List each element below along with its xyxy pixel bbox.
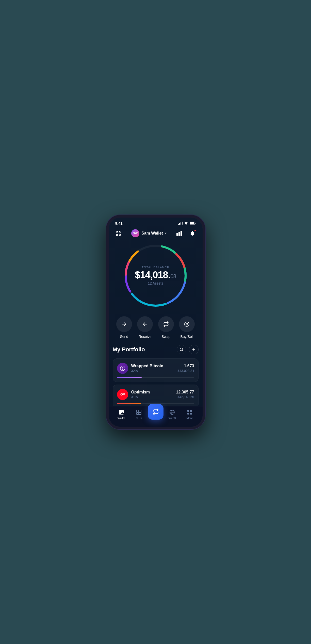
op-percent: 31% bbox=[131, 395, 173, 399]
scan-button[interactable] bbox=[114, 228, 123, 238]
app-header: SW Sam Wallet ▾ bbox=[109, 226, 203, 240]
asset-card-op[interactable]: OP Optimism 31% 12,305.77 $42,149.56 bbox=[113, 385, 199, 406]
svg-rect-13 bbox=[181, 231, 182, 236]
balance-main: $14,018. bbox=[135, 270, 170, 280]
nav-more[interactable]: More bbox=[181, 409, 199, 420]
balance-section: TOTAL BALANCE $14,018.08 12 Assets bbox=[109, 240, 203, 314]
action-buttons: Send Receive bbox=[109, 316, 203, 339]
wbtc-info: Wrapped Bitcoin 32% bbox=[131, 364, 175, 373]
nav-web3[interactable]: Web3 bbox=[163, 409, 181, 420]
add-asset-button[interactable] bbox=[189, 345, 199, 354]
svg-rect-1 bbox=[195, 223, 196, 224]
svg-rect-4 bbox=[120, 231, 121, 232]
svg-rect-36 bbox=[137, 412, 139, 415]
wifi-icon bbox=[184, 222, 188, 225]
svg-line-29 bbox=[182, 350, 183, 351]
svg-rect-42 bbox=[190, 410, 192, 412]
op-icon: OP bbox=[117, 389, 128, 400]
more-nav-label: More bbox=[186, 417, 193, 420]
bottom-navigation: Wallet NFTs bbox=[109, 406, 203, 427]
portfolio-title: My Portfolio bbox=[113, 346, 145, 353]
search-assets-button[interactable] bbox=[177, 345, 186, 354]
web3-nav-label: Web3 bbox=[169, 417, 176, 420]
op-values: 12,305.77 $42,149.56 bbox=[176, 390, 194, 399]
portfolio-actions bbox=[177, 345, 199, 354]
wbtc-amount: 1.673 bbox=[177, 364, 194, 368]
buysell-label: Buy/Sell bbox=[181, 335, 193, 339]
svg-rect-35 bbox=[139, 410, 141, 412]
wbtc-icon: ₿ bbox=[117, 363, 128, 374]
asset-card-wbtc[interactable]: ₿ Wrapped Bitcoin 32% 1.673 $43,023.34 bbox=[113, 358, 199, 382]
battery-icon bbox=[190, 222, 196, 225]
web3-nav-icon bbox=[169, 409, 175, 416]
wbtc-percent: 32% bbox=[131, 369, 175, 373]
swap-button[interactable] bbox=[158, 316, 174, 332]
svg-rect-34 bbox=[137, 410, 139, 412]
balance-cents: 08 bbox=[170, 273, 176, 279]
wallet-selector[interactable]: SW Sam Wallet ▾ bbox=[131, 229, 167, 237]
nav-wallet[interactable]: Wallet bbox=[113, 409, 130, 420]
balance-label: TOTAL BALANCE bbox=[135, 266, 176, 269]
status-time: 9:41 bbox=[115, 221, 123, 225]
balance-display: TOTAL BALANCE $14,018.08 12 Assets bbox=[135, 266, 176, 286]
op-amount: 12,305.77 bbox=[176, 390, 194, 394]
wallet-name: Sam Wallet bbox=[141, 231, 163, 236]
wbtc-progress-fill bbox=[117, 377, 142, 378]
notifications-button[interactable] bbox=[188, 228, 197, 238]
op-usd: $42,149.56 bbox=[176, 395, 194, 399]
svg-text:₿: ₿ bbox=[122, 367, 123, 370]
receive-label: Receive bbox=[139, 335, 152, 339]
chevron-down-icon: ▾ bbox=[165, 232, 167, 235]
analytics-button[interactable] bbox=[174, 228, 184, 238]
portfolio-header: My Portfolio bbox=[113, 345, 199, 354]
nav-nfts[interactable]: NFTs bbox=[130, 409, 148, 420]
buysell-action[interactable]: Buy/Sell bbox=[179, 316, 195, 339]
svg-rect-2 bbox=[190, 222, 194, 224]
balance-amount: $14,018.08 bbox=[135, 270, 176, 280]
balance-circle: TOTAL BALANCE $14,018.08 12 Assets bbox=[123, 243, 189, 309]
svg-rect-5 bbox=[116, 234, 118, 236]
wbtc-name: Wrapped Bitcoin bbox=[131, 364, 175, 368]
wbtc-values: 1.673 $43,023.34 bbox=[177, 364, 194, 373]
center-action-button[interactable] bbox=[148, 404, 163, 420]
swap-action[interactable]: Swap bbox=[158, 316, 174, 339]
signal-icon bbox=[178, 222, 183, 225]
op-progress-fill bbox=[117, 403, 141, 404]
asset-row-wbtc: ₿ Wrapped Bitcoin 32% 1.673 $43,023.34 bbox=[117, 363, 194, 374]
svg-rect-44 bbox=[190, 413, 192, 415]
svg-rect-11 bbox=[176, 233, 178, 236]
status-icons bbox=[178, 222, 196, 225]
more-nav-icon bbox=[186, 409, 193, 416]
send-button[interactable] bbox=[116, 316, 132, 332]
buysell-button[interactable] bbox=[179, 316, 195, 332]
receive-button[interactable] bbox=[137, 316, 153, 332]
svg-rect-12 bbox=[178, 232, 180, 236]
svg-rect-3 bbox=[116, 231, 118, 232]
wallet-avatar: SW bbox=[131, 229, 139, 237]
receive-action[interactable]: Receive bbox=[137, 316, 153, 339]
send-action[interactable]: Send bbox=[116, 316, 132, 339]
main-content: TOTAL BALANCE $14,018.08 12 Assets bbox=[109, 240, 203, 406]
nav-center[interactable] bbox=[148, 409, 163, 420]
nfts-nav-label: NFTs bbox=[136, 417, 142, 420]
svg-rect-41 bbox=[187, 410, 189, 412]
header-actions bbox=[174, 228, 197, 238]
portfolio-section: My Portfolio bbox=[109, 339, 203, 406]
swap-label: Swap bbox=[161, 335, 170, 339]
svg-rect-37 bbox=[139, 412, 141, 415]
nfts-nav-icon bbox=[136, 409, 142, 416]
wallet-nav-label: Wallet bbox=[118, 417, 125, 420]
svg-rect-43 bbox=[187, 413, 189, 415]
asset-count: 12 Assets bbox=[135, 281, 176, 285]
wbtc-progress-bar bbox=[117, 377, 194, 378]
op-info: Optimism 31% bbox=[131, 390, 173, 399]
wallet-nav-icon bbox=[118, 409, 125, 416]
asset-row-op: OP Optimism 31% 12,305.77 $42,149.56 bbox=[117, 389, 194, 400]
send-label: Send bbox=[120, 335, 128, 339]
wbtc-usd: $43,023.34 bbox=[177, 369, 194, 373]
op-name: Optimism bbox=[131, 390, 173, 394]
notification-badge bbox=[194, 229, 196, 232]
